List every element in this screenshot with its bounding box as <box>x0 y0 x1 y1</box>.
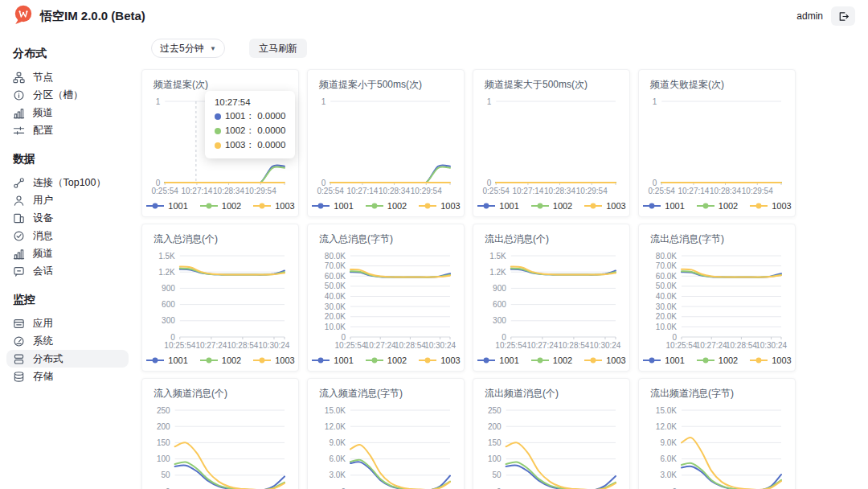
chart-card-5: 流入总消息(字节)80.0K70.0K60.0K50.0K40.0K30.0K2… <box>307 224 465 372</box>
message-icon <box>13 230 25 242</box>
svg-text:6.0K: 6.0K <box>329 454 346 463</box>
svg-text:10:28:34: 10:28:34 <box>213 187 244 195</box>
sidebar-item-devices[interactable]: 设备 <box>6 209 129 227</box>
legend-item-1001[interactable]: 1001 <box>477 201 518 211</box>
svg-text:10:29:54: 10:29:54 <box>576 187 608 195</box>
svg-text:70.0K: 70.0K <box>656 261 677 270</box>
legend-item-1002[interactable]: 1002 <box>199 201 241 211</box>
chart-card-9: 流入频道消息(字节)15.0K12.0K9.0K6.0K3.0K010:25:5… <box>307 378 465 489</box>
chart-card-7: 流出总消息(字节)80.0K70.0K60.0K50.0K40.0K30.0K2… <box>638 224 796 372</box>
sidebar-item-label: 存储 <box>33 370 53 384</box>
svg-text:3.0K: 3.0K <box>660 471 677 479</box>
sidebar-item-nodes[interactable]: 节点 <box>6 68 129 86</box>
sidebar-item-connections[interactable]: 连接（Top100） <box>6 174 129 191</box>
legend-item-1001[interactable]: 1001 <box>311 201 353 211</box>
svg-text:150: 150 <box>157 438 170 447</box>
user-name: admin <box>796 10 823 22</box>
chart-plot[interactable]: 80.0K70.0K60.0K50.0K40.0K30.0K20.0K10.0K… <box>650 252 785 351</box>
legend-item-1002[interactable]: 1002 <box>530 355 572 365</box>
legend-item-1003[interactable]: 1003 <box>418 201 460 211</box>
legend-item-1003[interactable]: 1003 <box>749 201 791 211</box>
svg-text:300: 300 <box>493 316 506 325</box>
legend-label: 1003 <box>440 355 460 365</box>
sidebar-item-users[interactable]: 用户 <box>6 191 129 209</box>
legend-item-1001[interactable]: 1001 <box>311 355 353 365</box>
sidebar: 分布式节点分区（槽）频道配置数据连接（Top100）用户设备消息频道会话监控应用… <box>0 32 135 489</box>
legend-item-1003[interactable]: 1003 <box>583 201 625 211</box>
chart-card-2: 频道提案大于500ms(次)100:25:5410:27:1410:28:341… <box>473 69 630 217</box>
chart-plot[interactable]: 1.5K1.2K900600300010:25:5410:27:2410:28:… <box>154 252 289 351</box>
chevron-down-icon: ▼ <box>210 45 216 52</box>
sidebar-item-label: 消息 <box>33 229 53 243</box>
legend-item-1002[interactable]: 1002 <box>530 201 572 211</box>
sidebar-item-channels[interactable]: 频道 <box>6 104 129 121</box>
time-range-select[interactable]: 过去5分钟 ▼ <box>151 39 225 58</box>
chart-plot[interactable]: 15.0K12.0K9.0K6.0K3.0K010:25:5410:27:241… <box>650 406 785 489</box>
sidebar-item-partitions[interactable]: 分区（槽） <box>6 86 129 104</box>
series-dot-icon <box>215 142 221 149</box>
sidebar-item-label: 系统 <box>33 335 53 348</box>
channel-chart-icon <box>13 248 25 260</box>
chart-plot[interactable]: 25020015010050010:25:5410:27:2410:28:541… <box>154 406 289 489</box>
legend-item-1003[interactable]: 1003 <box>252 355 294 365</box>
sidebar-item-distributed-monitor[interactable]: 分布式 <box>6 350 129 368</box>
sidebar-item-system[interactable]: 系统 <box>6 332 129 350</box>
svg-text:80.0K: 80.0K <box>325 252 346 261</box>
legend-label: 1001 <box>168 201 187 211</box>
svg-text:15.0K: 15.0K <box>325 406 346 415</box>
sidebar-item-app[interactable]: 应用 <box>6 314 129 332</box>
legend-item-1001[interactable]: 1001 <box>642 355 684 365</box>
legend-item-1001[interactable]: 1001 <box>477 355 518 365</box>
chart-plot[interactable]: 100:25:5410:27:1410:28:3410:29:54 <box>319 97 454 197</box>
svg-text:9.0K: 9.0K <box>660 438 677 447</box>
legend-item-1002[interactable]: 1002 <box>696 201 738 211</box>
refresh-button[interactable]: 立马刷新 <box>249 39 307 58</box>
legend-line-icon <box>749 356 768 364</box>
legend-item-1003[interactable]: 1003 <box>252 201 294 211</box>
svg-text:0: 0 <box>653 179 657 187</box>
legend-label: 1001 <box>665 201 684 211</box>
chart-legend: 100110021003 <box>319 355 452 365</box>
chart-legend: 100110021003 <box>650 355 784 365</box>
sidebar-item-storage[interactable]: 存储 <box>6 368 129 385</box>
chart-title: 流入总消息(字节) <box>319 232 452 246</box>
svg-text:40.0K: 40.0K <box>325 292 346 301</box>
sidebar-item-config[interactable]: 配置 <box>6 121 129 139</box>
legend-item-1003[interactable]: 1003 <box>583 355 625 365</box>
legend-item-1002[interactable]: 1002 <box>199 355 241 365</box>
legend-item-1001[interactable]: 1001 <box>642 201 684 211</box>
sidebar-item-conversations[interactable]: 会话 <box>6 262 129 280</box>
chart-plot[interactable]: 100:25:5410:27:1410:28:3410:29:54 <box>485 97 620 197</box>
svg-text:10:27:14: 10:27:14 <box>678 187 709 195</box>
svg-text:10:27:24: 10:27:24 <box>365 341 396 350</box>
svg-text:900: 900 <box>493 284 506 293</box>
legend-item-1002[interactable]: 1002 <box>365 355 407 365</box>
legend-item-1001[interactable]: 1001 <box>145 355 187 365</box>
legend-item-1002[interactable]: 1002 <box>696 355 738 365</box>
sidebar-item-label: 分布式 <box>33 352 63 366</box>
svg-text:10:28:54: 10:28:54 <box>726 341 757 350</box>
chart-plot[interactable]: 15.0K12.0K9.0K6.0K3.0K010:25:5410:27:241… <box>319 406 454 489</box>
legend-item-1003[interactable]: 1003 <box>749 355 791 365</box>
svg-text:100: 100 <box>157 454 170 463</box>
svg-text:20.0K: 20.0K <box>656 312 677 321</box>
sidebar-item-messages[interactable]: 消息 <box>6 227 129 244</box>
svg-text:0: 0 <box>156 179 161 187</box>
legend-item-1001[interactable]: 1001 <box>145 201 187 211</box>
sidebar-item-channels-data[interactable]: 频道 <box>6 244 129 262</box>
legend-item-1003[interactable]: 1003 <box>418 355 460 365</box>
svg-text:1.2K: 1.2K <box>489 268 506 277</box>
link-icon <box>13 177 25 189</box>
main-content: 过去5分钟 ▼ 立马刷新 频道提案(次)100:25:5410:27:1410:… <box>135 32 868 489</box>
chart-plot[interactable]: 100:25:5410:27:1410:28:3410:29:54 <box>650 97 785 197</box>
nodes-icon <box>13 72 25 84</box>
logout-button[interactable] <box>831 6 855 26</box>
distributed-icon <box>13 353 25 365</box>
legend-item-1002[interactable]: 1002 <box>365 201 407 211</box>
chart-plot[interactable]: 25020015010050010:25:5410:27:2410:28:541… <box>485 406 620 489</box>
chart-plot[interactable]: 1.5K1.2K900600300010:25:5410:27:2410:28:… <box>485 252 620 351</box>
legend-line-icon <box>642 202 661 210</box>
chart-plot[interactable]: 80.0K70.0K60.0K50.0K40.0K30.0K20.0K10.0K… <box>319 252 454 351</box>
app-header: 悟空IM 2.0.0 (Beta) admin <box>0 0 868 32</box>
svg-text:600: 600 <box>493 300 506 309</box>
